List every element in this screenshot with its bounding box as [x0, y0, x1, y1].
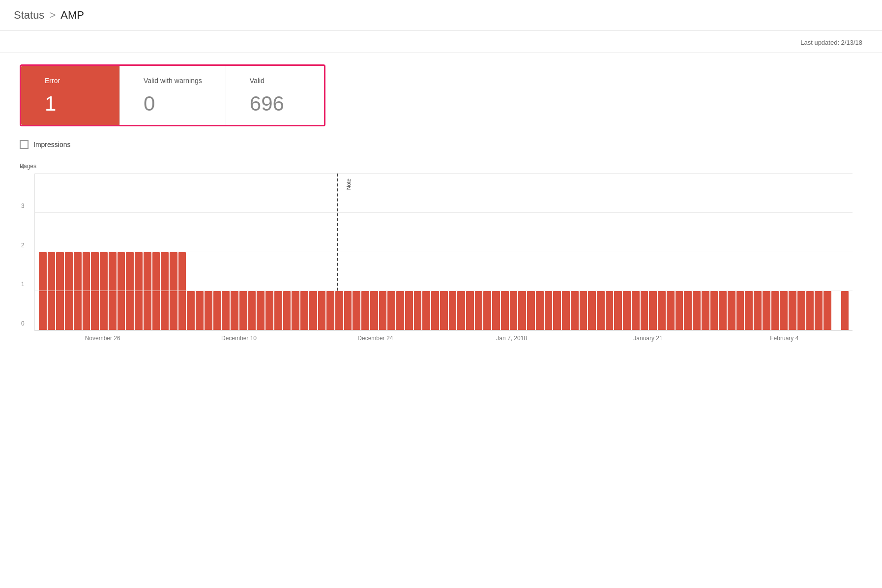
- bar: [126, 252, 134, 331]
- bar: [100, 252, 108, 331]
- warning-card[interactable]: Valid with warnings 0: [119, 66, 226, 125]
- bar: [239, 291, 247, 330]
- bar: [823, 291, 831, 330]
- warning-label: Valid with warnings: [144, 77, 202, 85]
- bar: [510, 291, 518, 330]
- bar: [518, 291, 526, 330]
- bar: [231, 291, 238, 330]
- bar: [144, 252, 151, 331]
- y-tick: 3: [21, 203, 25, 209]
- breadcrumb-status: Status: [14, 9, 44, 22]
- bar: [841, 291, 849, 330]
- y-tick: 2: [21, 242, 25, 249]
- bar: [431, 291, 439, 330]
- bar: [658, 291, 666, 330]
- bar: [361, 291, 369, 330]
- bar: [440, 291, 448, 330]
- valid-value: 696: [250, 93, 300, 114]
- bar: [745, 291, 753, 330]
- impressions-label: Impressions: [33, 141, 70, 148]
- bar: [300, 291, 308, 330]
- main-content: Error 1 Valid with warnings 0 Valid 696 …: [0, 53, 882, 363]
- bar: [65, 252, 73, 331]
- status-cards: Error 1 Valid with warnings 0 Valid 696: [21, 66, 324, 125]
- bar: [170, 252, 177, 331]
- bars-container: [35, 174, 853, 330]
- bar: [527, 291, 535, 330]
- bar: [710, 291, 718, 330]
- x-label: December 24: [307, 335, 443, 342]
- bar: [283, 291, 291, 330]
- valid-card[interactable]: Valid 696: [226, 66, 324, 125]
- bar: [702, 291, 709, 330]
- bar: [693, 291, 701, 330]
- x-label: February 4: [716, 335, 853, 342]
- x-label: December 10: [171, 335, 307, 342]
- chart-container: Pages Note 01234 November 26December 10D…: [20, 163, 862, 352]
- bar: [370, 291, 378, 330]
- error-label: Error: [45, 77, 96, 85]
- bar: [684, 291, 692, 330]
- bar: [763, 291, 770, 330]
- bar: [632, 291, 640, 330]
- bar: [466, 291, 474, 330]
- bar: [48, 252, 56, 331]
- bar: [736, 291, 744, 330]
- bar: [449, 291, 457, 330]
- y-tick: 0: [21, 320, 25, 327]
- bar: [353, 291, 360, 330]
- warning-value: 0: [144, 93, 202, 114]
- bar: [405, 291, 413, 330]
- bar: [187, 291, 195, 330]
- bar: [667, 291, 675, 330]
- bar: [483, 291, 491, 330]
- impressions-checkbox[interactable]: [20, 140, 29, 149]
- bar: [422, 291, 430, 330]
- bar: [213, 291, 221, 330]
- bar: [292, 291, 299, 330]
- bar: [457, 291, 465, 330]
- y-tick: 1: [21, 281, 25, 288]
- bar: [118, 252, 125, 331]
- bar: [205, 291, 212, 330]
- bar: [152, 252, 160, 331]
- bar: [728, 291, 735, 330]
- bar: [335, 291, 343, 330]
- error-card[interactable]: Error 1: [21, 66, 119, 125]
- bar: [222, 291, 230, 330]
- bar: [109, 252, 117, 331]
- bar: [248, 291, 256, 330]
- valid-label: Valid: [250, 77, 300, 85]
- bar: [318, 291, 326, 330]
- bar: [387, 291, 395, 330]
- bar: [414, 291, 422, 330]
- chart-y-label: Pages: [20, 163, 862, 170]
- bar: [553, 291, 561, 330]
- impressions-row: Impressions: [20, 140, 862, 149]
- bar: [492, 291, 500, 330]
- y-tick: 4: [21, 163, 25, 170]
- bar: [676, 291, 683, 330]
- x-label: January 21: [580, 335, 716, 342]
- header: Status > AMP: [0, 0, 882, 31]
- bar: [309, 291, 317, 330]
- bar: [536, 291, 544, 330]
- bar: [562, 291, 570, 330]
- bar: [178, 252, 186, 331]
- bar: [597, 291, 605, 330]
- bar: [91, 252, 99, 331]
- breadcrumb-separator: >: [49, 9, 56, 22]
- chart-area: Note 01234: [34, 174, 853, 331]
- bar: [780, 291, 788, 330]
- bar: [719, 291, 727, 330]
- status-cards-wrapper: Error 1 Valid with warnings 0 Valid 696: [20, 64, 325, 126]
- bar: [257, 291, 265, 330]
- bar: [815, 291, 823, 330]
- bar: [614, 291, 622, 330]
- bar: [806, 291, 814, 330]
- bar: [326, 291, 334, 330]
- breadcrumb-amp: AMP: [60, 9, 84, 22]
- bar: [344, 291, 352, 330]
- x-label: November 26: [34, 335, 171, 342]
- bar: [606, 291, 614, 330]
